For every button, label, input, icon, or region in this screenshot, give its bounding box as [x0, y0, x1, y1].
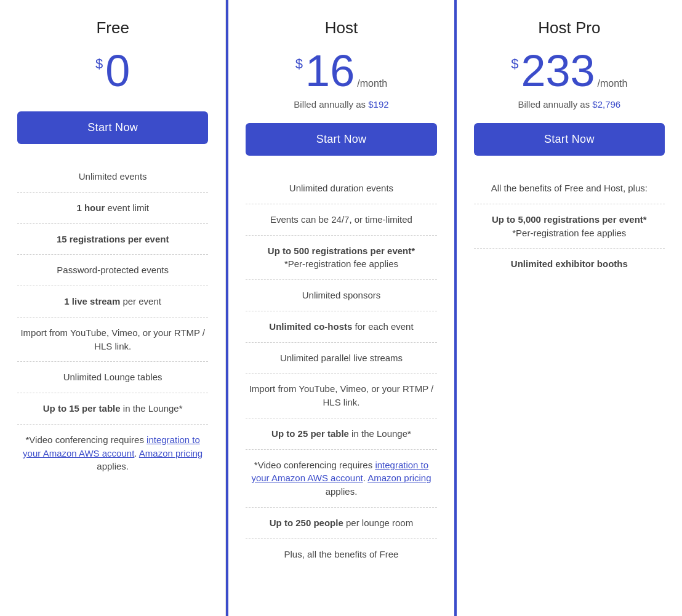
- feature-item-free-0: Unlimited events: [17, 161, 208, 193]
- feature-item-host-4: Unlimited co-hosts for each event: [246, 311, 436, 343]
- price-number-free: 0: [105, 49, 130, 93]
- feature-item-host-6: Import from YouTube, Vimeo, or your RTMP…: [246, 374, 436, 418]
- features-list-host: Unlimited duration eventsEvents can be 2…: [246, 173, 436, 569]
- feature-item-host-7: Up to 25 per table in the Lounge*: [246, 418, 436, 450]
- pricing-container: Free$0Start NowUnlimited events1 hour ev…: [0, 0, 682, 616]
- price-dollar-free: $: [95, 56, 103, 72]
- price-dollar-host: $: [295, 56, 303, 72]
- feature-item-free-8: *Video conferencing requires integration…: [17, 425, 208, 482]
- feature-item-free-6: Unlimited Lounge tables: [17, 362, 208, 393]
- feature-item-host-10: Plus, all the benefits of Free: [246, 539, 436, 570]
- feature-item-host-0: Unlimited duration events: [246, 173, 436, 204]
- price-number-host: 16: [305, 49, 355, 93]
- price-per-month-host: /month: [357, 78, 387, 89]
- plan-title-host: Host: [325, 18, 358, 38]
- start-now-button-host[interactable]: Start Now: [246, 123, 436, 156]
- feature-item-host-8: *Video conferencing requires integration…: [246, 450, 436, 508]
- start-now-button-free[interactable]: Start Now: [17, 111, 208, 144]
- feature-item-host-pro-2: Unlimited exhibitor booths: [474, 249, 665, 279]
- billed-annually-host-pro: Billed annually as $2,796: [518, 99, 620, 110]
- feature-item-host-2: Up to 500 registrations per event**Per-r…: [246, 236, 436, 281]
- price-row-host-pro: $233/month: [511, 49, 627, 93]
- feature-item-host-pro-0: All the benefits of Free and Host, plus:: [474, 173, 665, 204]
- billed-annually-host: Billed annually as $192: [294, 99, 388, 110]
- price-row-free: $0: [95, 49, 130, 93]
- feature-item-free-5: Import from YouTube, Vimeo, or your RTMP…: [17, 318, 208, 362]
- plan-card-free: Free$0Start NowUnlimited events1 hour ev…: [0, 0, 226, 616]
- feature-item-free-2: 15 registrations per event: [17, 224, 208, 255]
- feature-item-free-3: Password-protected events: [17, 255, 208, 286]
- feature-item-host-9: Up to 250 people per lounge room: [246, 508, 436, 539]
- feature-item-free-1: 1 hour event limit: [17, 193, 208, 224]
- price-number-host-pro: 233: [521, 49, 595, 93]
- price-per-month-host-pro: /month: [598, 78, 628, 89]
- price-row-host: $16/month: [295, 49, 387, 93]
- feature-item-host-1: Events can be 24/7, or time-limited: [246, 204, 436, 236]
- plan-card-host-pro: Host Pro$233/monthBilled annually as $2,…: [457, 0, 682, 616]
- feature-item-host-3: Unlimited sponsors: [246, 280, 436, 311]
- plan-title-host-pro: Host Pro: [538, 18, 600, 38]
- start-now-button-host-pro[interactable]: Start Now: [474, 123, 665, 156]
- features-list-free: Unlimited events1 hour event limit15 reg…: [17, 161, 208, 482]
- plan-title-free: Free: [96, 18, 129, 38]
- feature-item-free-7: Up to 15 per table in the Lounge*: [17, 393, 208, 425]
- feature-item-host-pro-1: Up to 5,000 registrations per event**Per…: [474, 204, 665, 249]
- plan-card-host: Host$16/monthBilled annually as $192Star…: [226, 0, 456, 616]
- feature-item-free-4: 1 live stream per event: [17, 286, 208, 318]
- price-dollar-host-pro: $: [511, 56, 518, 72]
- feature-item-host-5: Unlimited parallel live streams: [246, 343, 436, 374]
- features-list-host-pro: All the benefits of Free and Host, plus:…: [474, 173, 665, 279]
